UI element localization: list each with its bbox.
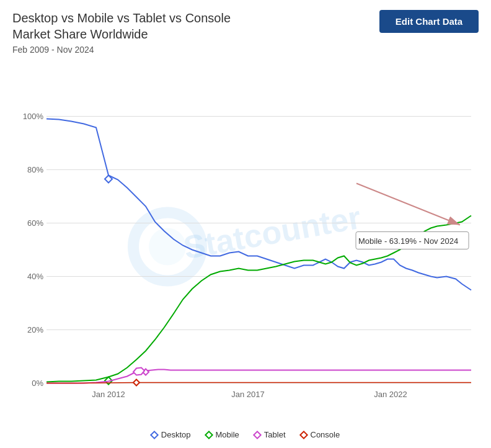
svg-text:20%: 20% (27, 325, 43, 334)
tooltip-text: Mobile - 63.19% - Nov 2024 (358, 236, 458, 246)
chart-legend: Desktop Mobile Tablet Console (12, 425, 479, 442)
svg-text:40%: 40% (27, 272, 43, 281)
legend-tablet: Tablet (254, 430, 286, 439)
svg-text:0%: 0% (32, 379, 43, 388)
console-legend-label: Console (311, 430, 340, 439)
mobile-legend-icon (204, 430, 213, 439)
legend-mobile: Mobile (206, 430, 239, 439)
svg-text:Statcounter: Statcounter (181, 199, 364, 266)
mobile-legend-label: Mobile (216, 430, 239, 439)
legend-desktop: Desktop (151, 430, 191, 439)
desktop-legend-label: Desktop (161, 430, 191, 439)
chart-title: Desktop vs Mobile vs Tablet vs Console M… (12, 10, 231, 42)
title-line1: Desktop vs Mobile vs Tablet vs Console (12, 11, 231, 25)
svg-text:Jan 2022: Jan 2022 (374, 390, 407, 399)
chart-date-range: Feb 2009 - Nov 2024 (12, 45, 231, 55)
legend-console: Console (301, 430, 340, 439)
title-line2: Market Share Worldwide (12, 27, 148, 41)
svg-text:60%: 60% (27, 218, 43, 228)
title-block: Desktop vs Mobile vs Tablet vs Console M… (12, 10, 231, 55)
tablet-legend-label: Tablet (264, 430, 286, 439)
edit-chart-data-button[interactable]: Edit Chart Data (379, 10, 479, 33)
svg-text:100%: 100% (23, 112, 44, 121)
svg-text:Jan 2012: Jan 2012 (92, 390, 125, 399)
desktop-legend-icon (150, 430, 159, 439)
tablet-hex-marker (133, 368, 144, 375)
chart-svg: Statcounter 100% 80% 60% 40% 20% 0% Jan … (12, 62, 479, 425)
svg-text:80%: 80% (27, 165, 43, 174)
console-marker (133, 380, 139, 386)
chart-area: Statcounter 100% 80% 60% 40% 20% 0% Jan … (12, 62, 479, 425)
chart-header: Desktop vs Mobile vs Tablet vs Console M… (12, 10, 479, 55)
tablet-legend-icon (253, 430, 262, 439)
console-legend-icon (299, 430, 307, 439)
annotation-arrow (356, 184, 460, 225)
page-container: Desktop vs Mobile vs Tablet vs Console M… (0, 0, 491, 448)
svg-text:Jan 2017: Jan 2017 (231, 390, 265, 399)
